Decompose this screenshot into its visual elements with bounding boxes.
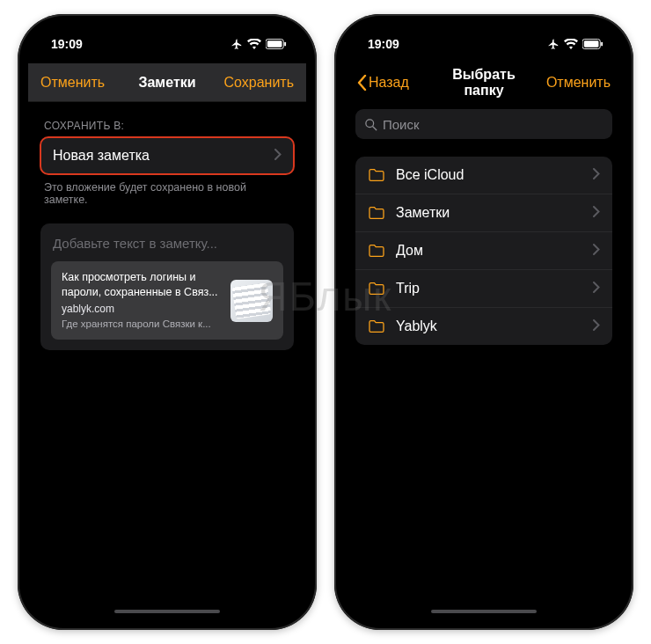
section-label: СОХРАНИТЬ В: [44, 120, 294, 132]
folder-list: Все iCloudЗаметкиДомTripYablyk [355, 157, 612, 345]
phone-right: 19:09 Назад Выбрать папку Отменить [334, 14, 633, 630]
folder-label: Дом [396, 243, 582, 259]
back-button[interactable]: Назад [357, 75, 409, 91]
nav-title: Заметки [120, 75, 215, 91]
chevron-right-icon [593, 205, 600, 221]
link-domain: yablyk.com [62, 302, 222, 316]
svg-rect-1 [267, 40, 282, 47]
chevron-right-icon [593, 243, 600, 259]
home-indicator [431, 610, 537, 613]
folder-label: Trip [396, 281, 582, 296]
chevron-right-icon [593, 318, 600, 334]
link-desc: Где хранятся пароли Связки к... [62, 318, 222, 332]
wifi-icon [564, 39, 578, 49]
notch [413, 25, 554, 49]
save-button[interactable]: Сохранить [223, 75, 294, 91]
phone-left: 19:09 Отменить Заметки Сохранить СОХРАНИ… [18, 14, 317, 630]
link-title: Как просмотреть логины и пароли, сохране… [62, 270, 222, 300]
link-preview-card[interactable]: Как просмотреть логины и пароли, сохране… [51, 261, 283, 340]
folder-label: Заметки [396, 205, 582, 221]
chevron-right-icon [593, 167, 600, 183]
svg-rect-5 [601, 42, 603, 47]
battery-icon [266, 39, 287, 49]
link-thumbnail [230, 280, 273, 322]
cancel-button[interactable]: Отменить [40, 75, 105, 91]
nav-title: Выбрать папку [436, 67, 531, 99]
svg-rect-2 [284, 42, 286, 47]
svg-rect-4 [584, 40, 599, 47]
notch [97, 25, 238, 49]
save-target-label: Новая заметка [53, 148, 150, 164]
chevron-right-icon [274, 148, 282, 164]
search-input[interactable]: Поиск [355, 109, 612, 139]
hint-text: Это вложение будет сохранено в новой зам… [44, 181, 290, 206]
folder-row[interactable]: Yablyk [355, 308, 612, 345]
back-label: Назад [369, 75, 409, 91]
folder-row[interactable]: Trip [355, 270, 612, 308]
chevron-left-icon [357, 75, 367, 91]
search-icon [364, 118, 377, 131]
folder-icon [368, 319, 385, 333]
cancel-button[interactable]: Отменить [546, 75, 611, 91]
folder-row[interactable]: Заметки [355, 194, 612, 232]
folder-icon [368, 168, 385, 182]
chevron-right-icon [593, 281, 600, 296]
folder-row[interactable]: Все iCloud [355, 157, 612, 194]
folder-icon [368, 282, 385, 296]
compose-area[interactable]: Добавьте текст в заметку... Как просмотр… [40, 223, 294, 350]
search-placeholder: Поиск [383, 117, 420, 132]
svg-line-7 [373, 127, 377, 130]
battery-icon [582, 39, 603, 49]
folder-label: Yablyk [396, 318, 582, 334]
compose-placeholder: Добавьте текст в заметку... [53, 236, 282, 251]
nav-bar: Отменить Заметки Сохранить [28, 63, 306, 102]
folder-row[interactable]: Дом [355, 232, 612, 270]
status-time: 19:09 [51, 37, 83, 51]
nav-bar: Назад Выбрать папку Отменить [345, 63, 623, 102]
svg-point-6 [366, 119, 374, 127]
folder-label: Все iCloud [396, 167, 582, 183]
status-time: 19:09 [368, 37, 399, 51]
folder-icon [368, 206, 385, 220]
wifi-icon [247, 39, 261, 49]
folder-icon [368, 244, 385, 258]
save-target-row[interactable]: Новая заметка [40, 137, 294, 174]
home-indicator [114, 610, 220, 613]
